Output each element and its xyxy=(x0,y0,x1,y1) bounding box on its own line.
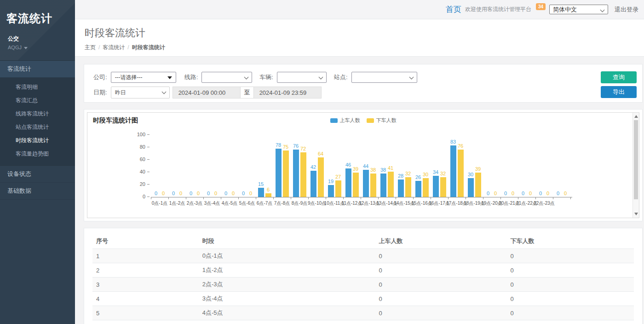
bar-group: 4639 xyxy=(343,135,361,197)
bar xyxy=(276,149,282,197)
x-axis-category-label: 10点-11点 xyxy=(326,200,343,207)
bar-group: 00 xyxy=(500,135,518,197)
bar-group: 4264 xyxy=(308,135,326,197)
bar-group: 1927 xyxy=(326,135,343,197)
bar-group: 2630 xyxy=(413,135,431,197)
bar-group: 00 xyxy=(483,135,500,197)
bar xyxy=(450,145,456,197)
date-start-input[interactable]: 2024-01-09 00:00 xyxy=(172,87,241,98)
bar xyxy=(300,152,306,197)
user-menu[interactable]: AQGJ xyxy=(0,43,75,50)
scrollbar-thumb[interactable] xyxy=(634,120,638,199)
table-header-row: 序号 时段 上车人数 下车人数 xyxy=(92,234,634,249)
table-cell: 1 xyxy=(92,249,199,263)
legend-item[interactable]: 下车人数 xyxy=(367,117,397,124)
home-link[interactable]: 首页 xyxy=(446,4,461,15)
bar xyxy=(398,179,404,197)
bar-value-label: 42 xyxy=(310,165,316,170)
x-axis-category-label: 20点-21点 xyxy=(500,200,518,207)
line-label: 线路: xyxy=(184,73,198,81)
x-axis-category-label: 13点-14点 xyxy=(378,200,396,207)
sidebar-item-base-data[interactable]: 基础数据 xyxy=(0,183,75,200)
bar-group: 00 xyxy=(186,135,203,197)
filter-panel: 公司: ---请选择--- 线路: 车辆: 站点: xyxy=(84,64,643,103)
welcome-text: 欢迎使用客流统计管理平台 xyxy=(465,6,531,13)
scroll-down-icon[interactable] xyxy=(634,213,638,215)
chevron-down-icon xyxy=(244,75,249,80)
table-cell: 5点-6点 xyxy=(199,320,375,324)
bar-group: 2832 xyxy=(396,135,413,197)
bar-value-label: 0 xyxy=(522,191,524,196)
breadcrumb-passenger-stats[interactable]: 客流统计 xyxy=(103,44,125,51)
chevron-down-icon xyxy=(409,75,414,80)
bar xyxy=(258,188,264,197)
x-axis-category-label: 9点-10点 xyxy=(308,200,326,207)
logout-link[interactable]: 退出登录 xyxy=(615,6,638,14)
bar-value-label: 46 xyxy=(345,162,351,168)
bar xyxy=(468,178,474,197)
search-button[interactable]: 查询 xyxy=(601,71,637,83)
table-row: 65点-6点00 xyxy=(92,320,634,324)
y-axis-tick-label: 100 xyxy=(130,132,145,137)
bar-value-label: 30 xyxy=(423,172,428,177)
x-axis-labels: 0点-1点1点-2点2点-3点3点-4点4点-5点5点-6点6点-7点7点-8点… xyxy=(151,200,572,207)
legend-item[interactable]: 上车人数 xyxy=(330,117,360,124)
notification-badge[interactable]: 34 xyxy=(536,3,546,10)
x-axis-category-label: 2点-3点 xyxy=(186,200,203,207)
sidebar-subitem[interactable]: 客流明细 xyxy=(0,81,75,94)
sidebar-subitem[interactable]: 客流汇总 xyxy=(0,94,75,107)
chevron-down-icon xyxy=(600,8,605,12)
bar-value-label: 38 xyxy=(380,168,386,173)
date-preset-select[interactable]: 昨日 xyxy=(111,87,170,98)
sidebar-subitem[interactable]: 时段客流统计 xyxy=(0,134,75,147)
bar-value-label: 26 xyxy=(415,175,421,180)
chevron-down-icon xyxy=(318,75,323,80)
bar-group: 00 xyxy=(535,135,553,197)
bar-value-label: 34 xyxy=(433,170,438,175)
x-axis-category-label: 3点-4点 xyxy=(203,200,221,207)
bar-value-label: 27 xyxy=(335,174,341,179)
topbar: 首页 欢迎使用客流统计管理平台 34 简体中文 退出登录 xyxy=(75,0,644,19)
sidebar-subitem[interactable]: 线路客流统计 xyxy=(0,107,75,121)
breadcrumb-home[interactable]: 主页 xyxy=(85,44,96,51)
x-axis-category-label: 1点-2点 xyxy=(168,200,186,207)
line-select[interactable] xyxy=(201,72,252,83)
vehicle-select[interactable] xyxy=(277,72,327,83)
bar xyxy=(370,174,376,197)
sidebar-subitem[interactable]: 客流量趋势图 xyxy=(0,147,75,161)
language-select[interactable]: 简体中文 xyxy=(549,5,608,14)
date-end-input[interactable]: 2024-01-09 23:59 xyxy=(253,87,322,98)
sidebar-item-passenger-stats[interactable]: 客流统计 xyxy=(0,60,75,78)
bar-group: 3039 xyxy=(466,135,483,197)
bar-value-label: 32 xyxy=(405,171,411,176)
x-axis-category-label: 14点-15点 xyxy=(396,200,413,207)
x-axis-category-label: 16点-17点 xyxy=(431,200,448,207)
x-axis-category-label: 5点-6点 xyxy=(238,200,256,207)
export-button[interactable]: 导出 xyxy=(601,86,637,98)
table-cell: 0 xyxy=(375,263,506,278)
scroll-up-icon[interactable] xyxy=(634,115,638,118)
x-axis-category-label: 6点-7点 xyxy=(256,200,273,207)
bar-group: 00 xyxy=(221,135,238,197)
page-heading: 时段客流统计 主页/客流统计/时段客流统计 xyxy=(75,19,644,57)
bar-value-label: 41 xyxy=(388,166,393,171)
station-select[interactable] xyxy=(351,72,417,83)
vehicle-label: 车辆: xyxy=(259,73,273,81)
company-select[interactable]: ---请选择--- xyxy=(111,72,176,83)
sidebar-item-device-status[interactable]: 设备状态 xyxy=(0,166,75,183)
bar-value-label: 44 xyxy=(363,164,368,169)
bar-value-label: 78 xyxy=(276,143,281,148)
bar-value-label: 0 xyxy=(546,191,549,196)
bar xyxy=(353,173,359,197)
sidebar-subitem[interactable]: 站点客流统计 xyxy=(0,121,75,134)
bar-group: 7875 xyxy=(273,135,291,197)
x-axis-category-label xyxy=(553,200,570,207)
bar-value-label: 0 xyxy=(539,191,542,196)
stats-table: 序号 时段 上车人数 下车人数 10点-1点0021点-2点0032点-3点00… xyxy=(92,234,634,324)
legend-swatch-icon xyxy=(330,118,338,123)
user-name: AQGJ xyxy=(8,45,22,50)
chart-vertical-scrollbar[interactable] xyxy=(632,113,639,218)
bar xyxy=(318,157,324,197)
chart-panel: 时段车流统计图 上车人数下车人数 00000000000015678757672… xyxy=(84,109,643,221)
chart-plot: 0000000000001567875767242641927463944383… xyxy=(151,135,572,197)
